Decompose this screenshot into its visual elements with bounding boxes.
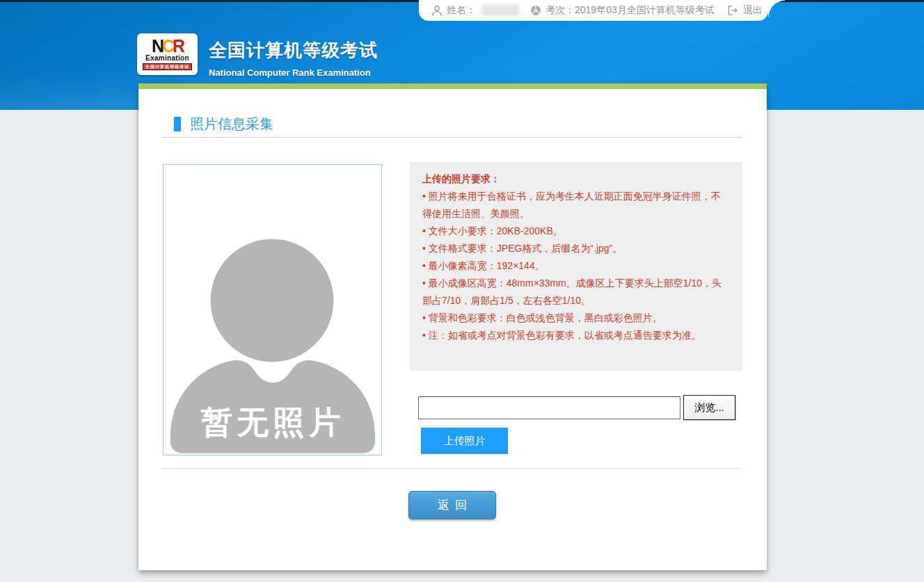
ncre-logo-examination: Examination: [145, 54, 189, 62]
logout-link[interactable]: 退出: [727, 4, 763, 17]
requirements-title: 上传的照片要求：: [422, 170, 730, 188]
browse-button[interactable]: 浏览...: [683, 395, 735, 420]
requirement-item: • 最小像素高宽：192×144。: [422, 257, 730, 275]
content-card: 照片信息采集 暂无照片 上传的照片要求： • 照片将来用于合格证书，应为考生本人…: [138, 83, 767, 570]
upload-requirements-box: 上传的照片要求： • 照片将来用于合格证书，应为考生本人近期正面免冠半身证件照，…: [410, 162, 742, 371]
user-name-label: 姓名：: [447, 4, 476, 17]
photo-placeholder-text: 暂无照片: [200, 405, 345, 440]
ncre-logo-letters: NCR: [152, 38, 183, 54]
logout-icon: [727, 5, 739, 16]
exam-session-label: 考次：: [545, 4, 575, 17]
page-title: 照片信息采集: [190, 115, 273, 134]
requirement-item: • 最小成像区高宽：48mm×33mm。成像区上下要求头上部空1/10，头部占7…: [422, 275, 730, 309]
page: 姓名： 考次： 2019年03月全国计算机等级考试 退出 NCR Examina…: [0, 0, 924, 582]
avatar-head: [211, 239, 334, 362]
requirement-item: • 注：如省或考点对背景色彩有要求，以省或考点通告要求为准。: [422, 327, 730, 344]
ncre-logo: NCR Examination 全国计算机等级考试: [137, 33, 198, 75]
exam-session-value: 2019年03月全国计算机等级考试: [575, 4, 715, 17]
requirement-item: • 照片将来用于合格证书，应为考生本人近期正面免冠半身证件照，不得使用生活照、美…: [422, 188, 730, 223]
user-info-bar: 姓名： 考次： 2019年03月全国计算机等级考试 退出: [419, 0, 768, 21]
photo-preview-box: 暂无照片: [163, 164, 382, 455]
section-divider: [162, 468, 742, 469]
site-title: 全国计算机等级考试 National Computer Rank Examina…: [209, 38, 378, 78]
person-icon: [431, 5, 443, 17]
logout-label: 退出: [743, 4, 763, 17]
requirement-item: • 文件大小要求：20KB-200KB。: [422, 223, 730, 240]
site-title-cn: 全国计算机等级考试: [209, 38, 378, 63]
section-title-accent-bar: [174, 117, 181, 131]
exam-session-icon: [530, 5, 541, 16]
user-name-redacted: [481, 5, 519, 16]
back-button[interactable]: 返回: [408, 491, 496, 519]
title-divider: [162, 137, 742, 138]
requirement-item: • 背景和色彩要求：白色或浅色背景，黑白或彩色照片。: [422, 309, 730, 327]
file-path-input[interactable]: [418, 396, 680, 419]
site-title-en: National Computer Rank Examination: [209, 67, 378, 78]
ncre-logo-strip: 全国计算机等级考试: [143, 63, 192, 70]
section-header: 照片信息采集: [174, 115, 273, 134]
upload-photo-button[interactable]: 上传照片: [421, 428, 508, 454]
user-bar-corner: [768, 0, 785, 17]
requirement-item: • 文件格式要求：JPEG格式，后缀名为“.jpg”。: [422, 240, 730, 257]
